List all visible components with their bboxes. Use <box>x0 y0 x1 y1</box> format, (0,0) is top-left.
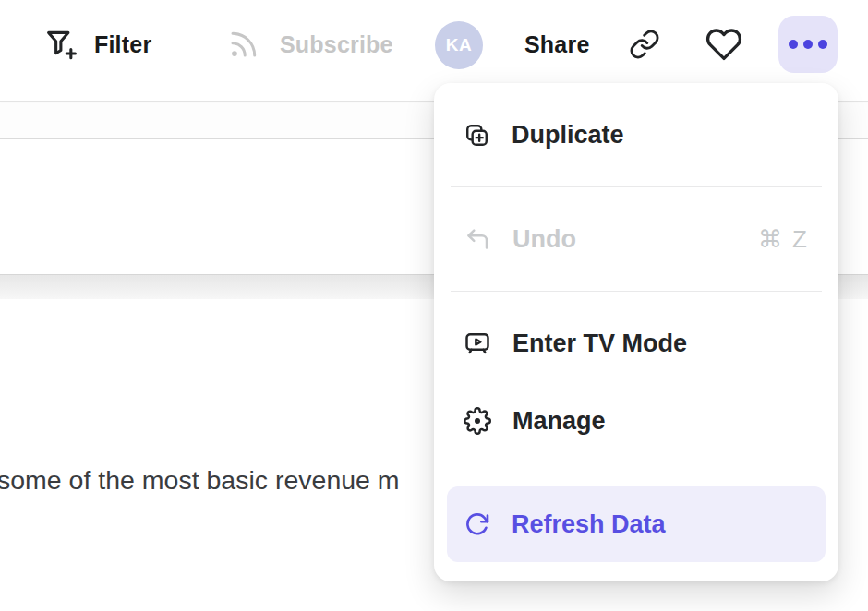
menu-item-label: Undo <box>512 225 576 254</box>
copy-link-button[interactable] <box>629 0 660 89</box>
menu-item-enter-tv-mode[interactable]: Enter TV Mode <box>447 305 826 382</box>
filter-button[interactable]: Filter <box>44 0 151 89</box>
menu-item-refresh-data[interactable]: Refresh Data <box>447 486 826 562</box>
undo-icon <box>464 225 491 253</box>
menu-item-undo[interactable]: Undo ⌘ Z <box>447 200 826 278</box>
menu-item-label: Refresh Data <box>512 510 666 539</box>
page: some of the most basic revenue m Filter … <box>0 0 868 611</box>
more-options-menu: Duplicate Undo ⌘ Z Enter TV M <box>434 83 838 581</box>
menu-item-label: Manage <box>512 407 606 436</box>
menu-item-duplicate[interactable]: Duplicate <box>447 96 826 174</box>
report-body-text: some of the most basic revenue m <box>0 461 400 499</box>
duplicate-icon <box>464 122 490 149</box>
gear-icon <box>464 407 491 435</box>
menu-item-label: Enter TV Mode <box>512 329 687 358</box>
subscribe-label: Subscribe <box>280 31 393 58</box>
more-options-button[interactable] <box>778 16 838 73</box>
tv-icon <box>464 329 491 357</box>
refresh-icon <box>464 511 490 538</box>
menu-divider <box>451 473 822 473</box>
rss-icon <box>227 28 260 61</box>
menu-divider <box>451 291 822 292</box>
filter-plus-icon <box>44 28 78 62</box>
menu-divider <box>451 186 822 187</box>
undo-shortcut: ⌘ Z <box>758 225 809 254</box>
favorite-button[interactable] <box>705 0 742 89</box>
menu-item-manage[interactable]: Manage <box>447 382 826 460</box>
share-label: Share <box>524 31 589 58</box>
share-button[interactable]: Share <box>524 0 589 89</box>
filter-label: Filter <box>94 31 151 58</box>
menu-item-label: Duplicate <box>512 121 624 150</box>
subscribe-button[interactable]: Subscribe <box>227 0 393 89</box>
heart-icon <box>705 26 742 63</box>
link-icon <box>629 29 660 60</box>
avatar[interactable]: KA <box>435 21 483 69</box>
ellipsis-icon <box>789 40 827 49</box>
